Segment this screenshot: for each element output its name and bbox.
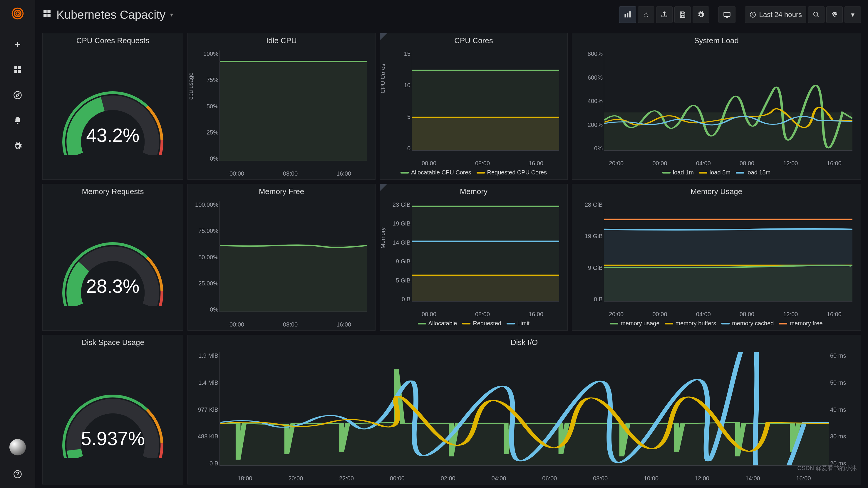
refresh-button[interactable]	[826, 6, 843, 23]
panel-memory-usage[interactable]: Memory Usage 28 GiB19 GiB9 GiB0 B	[572, 184, 861, 331]
svg-rect-9	[47, 14, 51, 17]
star-button[interactable]: ☆	[638, 6, 654, 23]
svg-rect-21	[220, 246, 367, 312]
gauge-value: 43.2%	[86, 125, 139, 146]
toolbar: + ☆ Last 24 hours	[619, 6, 861, 23]
x-ticks: 20:0000:0004:0008:0012:0016:00	[577, 310, 856, 318]
y-ticks: 23 GiB19 GiB14 GiB9 GiB5 GiB0 B	[384, 201, 410, 303]
y-ticks-left: 1.9 MiB1.4 MiB977 KiB488 KiB0 B	[192, 352, 218, 467]
panel-title: Idle CPU	[188, 33, 375, 48]
x-ticks: 00:0008:0016:00	[192, 320, 371, 328]
svg-rect-17	[220, 62, 367, 161]
panel-title: Memory Free	[188, 184, 375, 199]
grafana-logo-icon[interactable]	[11, 7, 24, 23]
panel-disk-io[interactable]: Disk I/O 1.9 MiB1.4 MiB977 KiB488 KiB0 B…	[187, 335, 861, 485]
panel-title: Memory Requests	[42, 184, 183, 199]
help-icon[interactable]	[13, 469, 22, 481]
plot	[412, 51, 559, 151]
panel-title: CPU Cores	[380, 33, 567, 48]
plot	[604, 201, 852, 301]
svg-rect-12	[629, 11, 630, 17]
panel-cpu-cores-requests[interactable]: CPU Cores Requests 43.2%	[42, 33, 183, 180]
legend: memory usagememory buffersmemory cachedm…	[577, 318, 856, 328]
plot	[219, 352, 829, 466]
dashboard-title-text: Kubernetes Capacity	[56, 8, 165, 22]
compass-icon[interactable]	[13, 91, 22, 102]
watermark: CSDN @爱看书的小沐	[797, 464, 857, 472]
panel-memory[interactable]: Memory Memory 23 GiB19 GiB14 GiB9 GiB5 G…	[380, 184, 568, 331]
x-ticks: 18:0020:0022:0000:0002:0004:0006:0008:00…	[192, 474, 856, 482]
save-button[interactable]	[674, 6, 691, 23]
panel-cpu-cores[interactable]: CPU Cores CPU Cores 151050	[380, 33, 568, 180]
panel-system-load[interactable]: System Load 800%600%400%200%0%	[572, 33, 861, 180]
svg-rect-8	[43, 14, 47, 17]
gauge-value: 28.3%	[86, 275, 139, 297]
legend: Allocatable CPU CoresRequested CPU Cores	[384, 167, 563, 177]
panel-title: Disk Space Usage	[42, 335, 183, 350]
svg-rect-1	[18, 66, 21, 69]
panel-title: CPU Cores Requests	[42, 33, 183, 48]
legend: load 1mload 5mload 15m	[577, 167, 856, 177]
gauge-value: 5.937%	[81, 428, 145, 450]
dashboard-title[interactable]: Kubernetes Capacity ▾	[42, 8, 173, 22]
apps-icon[interactable]	[13, 65, 22, 76]
svg-text:+: +	[631, 10, 631, 14]
y-ticks: 151050	[384, 51, 410, 152]
gauge: 28.3%	[57, 224, 169, 306]
x-ticks: 00:0008:0016:00	[384, 159, 563, 167]
panel-idle-cpu[interactable]: Idle CPU cpu usage 100%75%50%25%0% 00:00…	[187, 33, 375, 180]
svg-point-16	[814, 12, 818, 16]
svg-rect-0	[14, 66, 17, 69]
x-ticks: 00:0008:0016:00	[192, 169, 371, 177]
panel-title: Memory	[380, 184, 567, 199]
y-ticks-right: 60 ms50 ms40 ms30 ms20 ms	[830, 352, 856, 467]
y-ticks: 100%75%50%25%0%	[192, 51, 218, 162]
svg-rect-11	[627, 12, 628, 17]
plot	[219, 201, 367, 312]
panel-disk-space-usage[interactable]: Disk Space Usage 5.937%	[42, 335, 183, 485]
legend: AllocatableRequestedLimit	[384, 318, 563, 328]
info-icon[interactable]	[380, 184, 387, 191]
panel-memory-free[interactable]: Memory Free 100.00%75.00%50.00%25.00%0% …	[187, 184, 375, 331]
bell-icon[interactable]	[13, 116, 22, 127]
panel-title: Memory Usage	[572, 184, 861, 199]
refresh-interval-button[interactable]: ▾	[844, 6, 861, 23]
y-ticks: 28 GiB19 GiB9 GiB0 B	[577, 201, 603, 303]
gauge: 5.937%	[57, 376, 169, 458]
time-range-picker[interactable]: Last 24 hours	[745, 6, 806, 23]
svg-rect-14	[724, 12, 730, 17]
svg-rect-19	[412, 118, 559, 150]
add-panel-button[interactable]: +	[619, 6, 636, 23]
time-range-text: Last 24 hours	[759, 10, 802, 19]
gear-icon[interactable]	[13, 141, 22, 153]
tv-mode-button[interactable]	[718, 6, 736, 23]
panel-title: System Load	[572, 33, 861, 48]
svg-rect-23	[412, 275, 559, 301]
y-ticks: 100.00%75.00%50.00%25.00%0%	[192, 201, 218, 313]
plot	[219, 51, 367, 161]
svg-rect-25	[604, 267, 852, 301]
zoom-out-button[interactable]	[808, 6, 825, 23]
apps-icon	[42, 8, 52, 21]
svg-rect-3	[18, 70, 21, 73]
topbar: Kubernetes Capacity ▾ + ☆	[35, 0, 868, 29]
x-ticks: 20:0000:0004:0008:0012:0016:00	[577, 159, 856, 167]
svg-rect-6	[43, 10, 47, 13]
panel-title: Disk I/O	[188, 335, 861, 350]
info-icon[interactable]	[380, 33, 387, 40]
svg-rect-7	[47, 10, 51, 13]
plot	[412, 201, 559, 301]
plot	[604, 51, 852, 151]
sidebar: ＋	[0, 0, 35, 488]
panel-memory-requests[interactable]: Memory Requests 28.3%	[42, 184, 183, 331]
gauge: 43.2%	[57, 73, 169, 155]
share-button[interactable]	[656, 6, 673, 23]
plus-icon[interactable]: ＋	[12, 37, 23, 51]
svg-rect-10	[624, 14, 626, 18]
user-avatar[interactable]	[9, 439, 26, 455]
svg-rect-2	[14, 70, 17, 73]
chevron-down-icon: ▾	[170, 11, 173, 18]
y-ticks: 800%600%400%200%0%	[577, 51, 603, 152]
svg-point-4	[14, 92, 22, 99]
settings-button[interactable]	[692, 6, 709, 23]
